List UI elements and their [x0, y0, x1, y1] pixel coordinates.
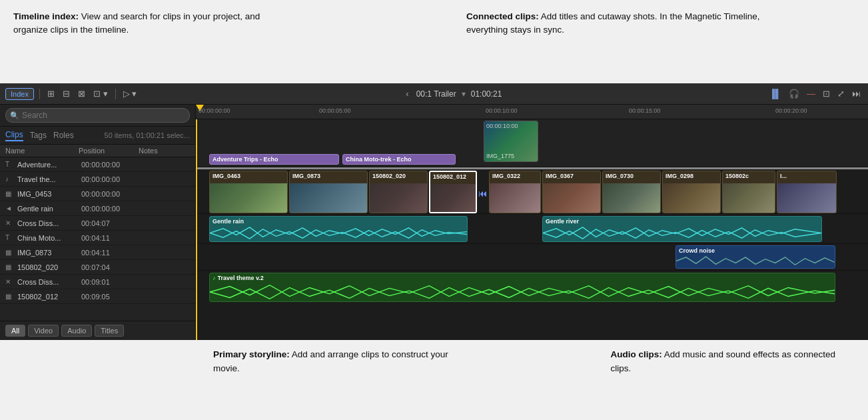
sidebar-row[interactable]: T China Moto... 00:04:11 [0, 231, 195, 245]
music-icon: ♪ [213, 275, 216, 281]
row-name: 150802_012 [17, 293, 81, 301]
audio-meter-icon[interactable]: ▐▌ [767, 87, 783, 100]
clip-img0730-label: IMG_0730 [603, 171, 660, 181]
filter-titles-button[interactable]: Titles [95, 325, 124, 337]
clip-extra-label: I... [777, 171, 836, 181]
sidebar-footer: All Video Audio Titles [0, 321, 195, 340]
clip-img0873[interactable]: IMG_0873 [289, 171, 368, 213]
headphone-icon[interactable]: 🎧 [787, 87, 801, 100]
search-wrapper: 🔍 [5, 108, 190, 123]
clip-150802c-label: 150802c [723, 171, 775, 181]
adventure-trips-clip[interactable]: Adventure Trips - Echo [209, 154, 339, 165]
timeline-ruler: 00:00:00:00 00:00:05:00 00:00:10:00 00:0… [196, 105, 868, 119]
annotation-top-right: Connected clips: Add titles and cutaway … [466, 7, 799, 37]
row-type-icon: T [5, 234, 15, 241]
sidebar-row[interactable]: ▦ IMG_0453 00:00:00:00 [0, 187, 195, 201]
sidebar-row[interactable]: ◄ Gentle rain 00:00:00:00 [0, 201, 195, 216]
fullscreen-icon[interactable]: ⤢ [835, 87, 847, 100]
clip-150802c[interactable]: 150802c [722, 171, 775, 213]
tick-0: 00:00:00:00 [199, 107, 230, 114]
search-input[interactable] [5, 108, 190, 123]
timecode-label: 00:1 Trailer [416, 89, 456, 99]
clip-150802012[interactable]: 150802_012 [429, 171, 477, 213]
tab-clips[interactable]: Clips [5, 129, 23, 141]
row-position: 00:07:04 [81, 263, 141, 271]
row-position: 00:09:05 [81, 293, 141, 301]
sidebar-list: T Adventure... 00:00:00:00 ♪ Travel the.… [0, 157, 195, 321]
row-type-icon: ✕ [5, 278, 15, 285]
clip-img0730[interactable]: IMG_0730 [602, 171, 661, 213]
layout-icon[interactable]: ⊡ ▾ [91, 87, 110, 100]
travel-theme-label: ♪ Travel theme v.2 [210, 273, 835, 283]
travel-theme-clip[interactable]: ♪ Travel theme v.2 [209, 273, 835, 302]
row-name: Cross Diss... [17, 219, 81, 227]
clip-150802020[interactable]: 150802_020 [369, 171, 428, 213]
row-name: IMG_0453 [17, 190, 81, 198]
clip-img0453[interactable]: IMG_0463 [209, 171, 288, 213]
clip-img0322[interactable]: IMG_0322 [489, 171, 541, 213]
sidebar-row[interactable]: T Adventure... 00:00:00:00 [0, 157, 195, 172]
tick-10: 00:00:10:00 [486, 107, 518, 114]
row-type-icon: ♪ [5, 175, 15, 183]
sidebar-row[interactable]: ▦ 150802_012 00:09:05 [0, 289, 195, 304]
audio-row-2: Crowd noise [196, 244, 868, 271]
mute-icon[interactable]: — [805, 87, 817, 100]
filter-icon[interactable]: ⊠ [76, 87, 87, 100]
clip-150802012-label: 150802_012 [430, 172, 476, 181]
timeline: 00:00:00:00 00:00:05:00 00:00:10:00 00:0… [196, 105, 868, 340]
zoom-icon[interactable]: ⊟ [61, 87, 72, 100]
row-position: 00:04:11 [81, 249, 141, 257]
ui-area: Index ⊞ ⊟ ⊠ ⊡ ▾ ▷ ▾ ‹ 00:1 Trailer ▾ 01:… [0, 83, 868, 340]
travel-theme-waveform [210, 283, 835, 301]
connected-img-clip[interactable]: 00:00:10:00 IMG_1775 [484, 121, 538, 162]
row-type-icon: ◄ [5, 205, 15, 212]
clip-img0298-label: IMG_0298 [663, 171, 720, 181]
row-position: 00:00:00:00 [81, 175, 141, 183]
sidebar-row[interactable]: ✕ Cross Diss... 00:09:01 [0, 275, 195, 289]
gentle-river-clip[interactable]: Gentle river [542, 216, 822, 242]
annotation-bottom: Primary storyline: Add and arrange clips… [0, 340, 868, 420]
timecode-separator: ▾ [462, 89, 466, 99]
index-button[interactable]: Index [5, 88, 34, 100]
china-moto-clip[interactable]: China Moto-trek - Echo [342, 154, 456, 165]
col-header-notes: Notes [139, 147, 190, 155]
row-position: 00:04:07 [81, 219, 141, 227]
travel-theme-text: Travel theme v.2 [218, 275, 264, 281]
clip-extra[interactable]: I... [777, 171, 837, 213]
adventure-trips-label: Adventure Trips - Echo [210, 155, 338, 164]
row-name: 150802_020 [17, 263, 81, 271]
row-position: 00:00:00:00 [81, 161, 141, 169]
clip-img0367[interactable]: IMG_0367 [542, 171, 601, 213]
sidebar-row[interactable]: ♪ Travel the... 00:00:00:00 [0, 172, 195, 187]
clip-img0873-label: IMG_0873 [290, 171, 367, 181]
primary-video-row: IMG_0463 IMG_0873 150802_020 150802_012 [196, 167, 868, 214]
row-name: Travel the... [17, 175, 81, 183]
nav-left-icon[interactable]: ‹ [404, 87, 410, 100]
tab-tags[interactable]: Tags [30, 130, 47, 141]
clip-img0453-label: IMG_0463 [210, 171, 287, 181]
sidebar-row[interactable]: ▦ 150802_020 00:07:04 [0, 260, 195, 275]
sidebar-row[interactable]: ▦ IMG_0873 00:04:11 [0, 245, 195, 260]
toolbar-right: ▐▌ 🎧 — ⊡ ⤢ ⏭ [767, 87, 863, 100]
tick-5: 00:00:05:00 [319, 107, 351, 114]
tab-roles[interactable]: Roles [53, 130, 74, 141]
gentle-rain-clip[interactable]: Gentle rain [209, 216, 468, 242]
sidebar-row[interactable]: ✕ Cross Diss... 00:04:07 [0, 216, 195, 231]
audio-row-1: Gentle rain Gentle river [196, 214, 868, 244]
music-row: ♪ Travel theme v.2 [196, 271, 868, 304]
row-type-icon: ▦ [5, 249, 15, 256]
audio-clips-label: Audio clips: [611, 349, 662, 359]
crowd-noise-clip[interactable]: Crowd noise [675, 245, 835, 269]
clip-img0298[interactable]: IMG_0298 [662, 171, 721, 213]
annotation-top-left: Timeline index: View and search for clip… [13, 7, 280, 37]
row-type-icon: ✕ [5, 219, 15, 227]
filter-all-button[interactable]: All [5, 325, 25, 337]
item-count: 50 items, 01:00:21 selec... [105, 131, 190, 139]
clip-img0322-label: IMG_0322 [490, 171, 540, 181]
clip-view-icon[interactable]: ⊡ [821, 87, 832, 100]
clip-appearance-icon[interactable]: ⊞ [45, 87, 57, 100]
skip-end-icon[interactable]: ⏭ [850, 87, 863, 100]
filter-audio-button[interactable]: Audio [61, 325, 92, 337]
filter-video-button[interactable]: Video [28, 325, 59, 337]
select-tool-icon[interactable]: ▷ ▾ [121, 87, 139, 100]
